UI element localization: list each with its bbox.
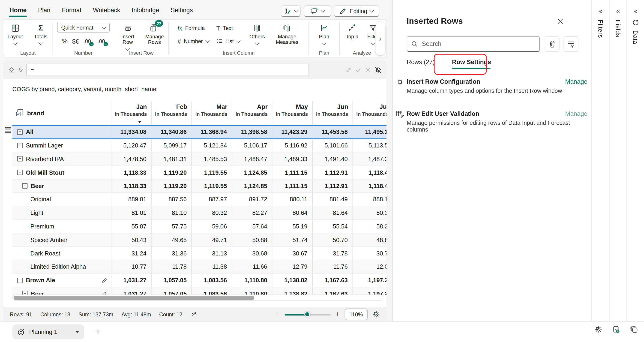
- table-row[interactable]: Old Mill Stout1,118.331,119.201,119.551,…: [12, 166, 386, 179]
- value-cell[interactable]: 1,487.3: [352, 152, 386, 166]
- value-cell[interactable]: 80.64: [272, 206, 312, 220]
- value-cell[interactable]: 49.65: [151, 233, 191, 246]
- value-cell[interactable]: 11,368.94: [192, 125, 232, 139]
- value-cell[interactable]: 1,110.80: [232, 287, 272, 296]
- percent-format-button[interactable]: %: [62, 38, 68, 45]
- settings-gear-icon[interactable]: [594, 326, 602, 334]
- insert-row-button[interactable]: Insert Row: [117, 22, 139, 50]
- value-cell[interactable]: 1,110.80: [232, 274, 272, 287]
- editing-mode-dropdown[interactable]: Editing: [334, 5, 379, 17]
- value-cell[interactable]: 12.79: [272, 260, 312, 274]
- value-cell[interactable]: 1,119.55: [192, 179, 232, 193]
- value-cell[interactable]: 1,138.82: [272, 287, 312, 296]
- value-cell[interactable]: 1,124.85: [232, 179, 272, 193]
- row-label-cell[interactable]: Limited Edition Alpha: [12, 260, 111, 274]
- filter-sort-button[interactable]: [564, 36, 578, 52]
- value-cell[interactable]: 50.43: [111, 233, 151, 246]
- table-row[interactable]: Beer1,118.331,119.201,119.551,124.851,11…: [12, 179, 386, 193]
- value-cell[interactable]: 5,101.66: [312, 139, 352, 152]
- value-cell[interactable]: 11.78: [151, 260, 191, 274]
- value-cell[interactable]: 1,481.31: [151, 152, 191, 166]
- value-cell[interactable]: 1,111.15: [272, 166, 312, 179]
- menu-item-settings[interactable]: Settings: [170, 4, 193, 15]
- value-cell[interactable]: 55.19: [272, 220, 312, 233]
- value-cell[interactable]: 11,398.58: [232, 125, 272, 139]
- expand-row-icon[interactable]: [17, 143, 22, 148]
- value-cell[interactable]: 887.56: [151, 193, 191, 206]
- value-cell[interactable]: 1,112.91: [312, 179, 352, 193]
- value-cell[interactable]: 11.76: [312, 260, 352, 274]
- clear-formula-icon[interactable]: [8, 66, 15, 73]
- value-cell[interactable]: 10.77: [111, 260, 151, 274]
- pages-copy-icon[interactable]: [630, 326, 638, 334]
- decrease-decimals-button[interactable]: .00←: [84, 38, 91, 44]
- manage-link[interactable]: Manage: [565, 110, 588, 117]
- value-cell[interactable]: 1,118.4: [352, 179, 386, 193]
- value-cell[interactable]: 889.01: [111, 193, 151, 206]
- horizontal-scrollbar[interactable]: [12, 294, 383, 301]
- value-cell[interactable]: 1,057.05: [151, 287, 191, 296]
- quick-format-dropdown[interactable]: Quick Format: [57, 22, 110, 32]
- value-cell[interactable]: 1,489.33: [272, 152, 312, 166]
- column-header-mar[interactable]: Marin Thousands: [192, 101, 232, 125]
- column-header-apr[interactable]: Aprin Thousands: [232, 101, 272, 125]
- row-label-cell[interactable]: Beer: [12, 287, 111, 296]
- value-cell[interactable]: 1,167.63: [312, 287, 352, 296]
- layout-button[interactable]: Layout: [4, 22, 27, 44]
- zoom-slider[interactable]: [285, 311, 331, 317]
- value-cell[interactable]: 51.74: [272, 233, 312, 246]
- table-row[interactable]: Original889.01887.56887.97891.72880.1188…: [12, 193, 386, 206]
- row-label-cell[interactable]: Summit Lager: [12, 139, 111, 152]
- refresh-icon[interactable]: [632, 19, 639, 26]
- increase-decimals-button[interactable]: .00→: [98, 38, 105, 44]
- visibility-off-icon[interactable]: [190, 311, 198, 318]
- currency-format-button[interactable]: $€: [72, 38, 79, 44]
- value-cell[interactable]: 11,340.86: [151, 125, 191, 139]
- plan-button[interactable]: Plan: [313, 22, 336, 44]
- column-header-jun[interactable]: Junin Thousands: [312, 101, 352, 125]
- menu-item-home[interactable]: Home: [9, 4, 27, 15]
- value-cell[interactable]: 48.8: [352, 233, 386, 246]
- unpin-formula-bar-icon[interactable]: [375, 66, 382, 74]
- value-cell[interactable]: 31.36: [151, 246, 191, 260]
- value-cell[interactable]: 1,119.20: [151, 179, 191, 193]
- row-label-cell[interactable]: Light: [12, 206, 111, 220]
- value-cell[interactable]: 1,197.2: [352, 274, 386, 287]
- edit-row-pencil-icon[interactable]: [102, 278, 108, 283]
- value-cell[interactable]: 31.24: [111, 246, 151, 260]
- value-cell[interactable]: 81.01: [111, 206, 151, 220]
- row-label-cell[interactable]: Riverbend IPA: [12, 152, 111, 166]
- value-cell[interactable]: 11,334.08: [111, 125, 151, 139]
- delete-rows-button[interactable]: [545, 36, 560, 52]
- row-label-cell[interactable]: Old Mill Stout: [12, 166, 111, 179]
- value-cell[interactable]: 31.13: [192, 246, 232, 260]
- rail-data[interactable]: «Data: [627, 0, 644, 321]
- value-cell[interactable]: 5,121.34: [192, 139, 232, 152]
- table-row[interactable]: Spiced Amber50.4349.6549.7150.8851.7450.…: [12, 233, 386, 246]
- formula-column-button[interactable]: fx Formula: [178, 22, 209, 33]
- search-input[interactable]: [421, 40, 535, 48]
- totals-button[interactable]: Σ Totals: [29, 22, 52, 44]
- manage-rows-button[interactable]: 27 Manage Rows: [143, 22, 166, 50]
- sort-descending-icon[interactable]: [138, 121, 141, 123]
- value-cell[interactable]: 1,197.2: [352, 287, 386, 296]
- sheet-tab-dropdown-icon[interactable]: [75, 331, 80, 333]
- value-cell[interactable]: 5,113.5: [352, 139, 386, 152]
- sheet-tab-planning-1[interactable]: Planning 1: [12, 324, 84, 339]
- row-label-cell[interactable]: Premium: [12, 220, 111, 233]
- value-cell[interactable]: 891.72: [232, 193, 272, 206]
- row-label-cell[interactable]: Beer: [12, 179, 111, 193]
- value-cell[interactable]: 5,106.17: [232, 139, 272, 152]
- column-header-jul[interactable]: Julin Thousands: [352, 101, 386, 125]
- row-label-cell[interactable]: All: [12, 125, 111, 139]
- value-cell[interactable]: 12.0: [352, 260, 386, 274]
- panel-tab-row-settings[interactable]: Row Settings: [452, 58, 491, 69]
- expand-panel-icon[interactable]: «: [627, 8, 644, 15]
- value-cell[interactable]: 59.06: [192, 220, 232, 233]
- menu-item-format[interactable]: Format: [62, 4, 82, 15]
- expand-panel-icon[interactable]: «: [592, 8, 609, 15]
- value-cell[interactable]: 1,119.55: [192, 166, 232, 179]
- rail-filters[interactable]: «Filters: [592, 0, 610, 321]
- value-cell[interactable]: 1,031.27: [111, 287, 151, 296]
- writeback-mode-dropdown[interactable]: [281, 5, 301, 17]
